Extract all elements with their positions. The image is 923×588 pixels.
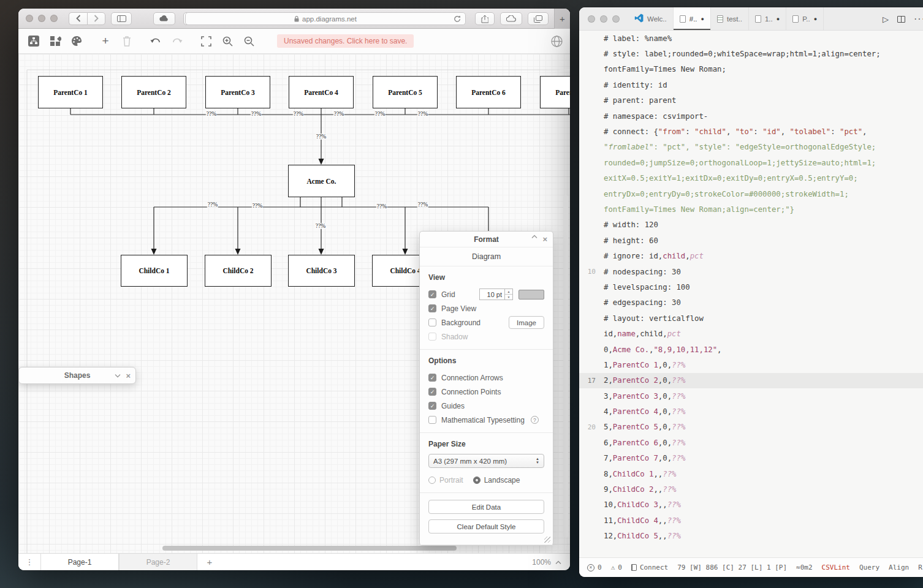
clear-default-style-button[interactable]: Clear Default Style bbox=[428, 519, 544, 533]
zoom-window-button[interactable] bbox=[612, 15, 620, 23]
editor-line[interactable]: 10,ChildCo 3,,??% bbox=[579, 497, 923, 513]
editor-line[interactable]: 3,ParentCo 3,0,??% bbox=[579, 388, 923, 404]
portrait-radio[interactable] bbox=[428, 477, 436, 484]
diagram-node-parent[interactable]: ParentCo 2 bbox=[121, 76, 186, 108]
grid-option-row[interactable]: Grid 10 pt ▲▼ bbox=[428, 287, 544, 301]
format-option-row[interactable]: Connection Points bbox=[428, 385, 544, 399]
editor-line[interactable]: # namespace: csvimport- bbox=[579, 108, 923, 124]
close-icon[interactable]: × bbox=[542, 235, 547, 244]
option-checkbox[interactable] bbox=[428, 416, 436, 424]
editor-line[interactable]: 7,ParentCo 7,0,??% bbox=[579, 451, 923, 466]
undo-icon[interactable] bbox=[149, 34, 162, 48]
editor-line[interactable]: fontFamily=Times New Roman; bbox=[579, 62, 923, 77]
grid-size-input[interactable]: 10 pt bbox=[479, 288, 505, 300]
page-view-checkbox[interactable] bbox=[428, 304, 436, 312]
panel-resize-handle[interactable] bbox=[544, 537, 550, 543]
more-actions-icon[interactable]: ··· bbox=[914, 13, 923, 24]
shadow-option-row[interactable]: Shadow bbox=[428, 330, 544, 344]
background-option-row[interactable]: Background Image bbox=[428, 315, 544, 330]
option-checkbox[interactable] bbox=[428, 402, 436, 410]
editor-line[interactable]: 11,ChildCo 4,,??% bbox=[579, 513, 923, 528]
unsaved-changes-banner[interactable]: Unsaved changes. Click here to save. bbox=[277, 34, 414, 48]
editor-line[interactable]: entryDx=0;entryDy=0;strokeColor=#000000;… bbox=[579, 186, 923, 202]
diagram-node-parent[interactable]: ParentCo 3 bbox=[205, 76, 270, 108]
problems-warnings[interactable]: ⚠ 0 bbox=[611, 564, 622, 571]
grid-size-stepper[interactable]: ▲▼ bbox=[505, 288, 513, 300]
diagram-canvas[interactable]: ParentCo 1ParentCo 2ParentCo 3ParentCo 4… bbox=[18, 54, 570, 553]
shadow-checkbox[interactable] bbox=[428, 333, 436, 341]
chevron-down-icon[interactable] bbox=[115, 374, 121, 378]
sidebar-toggle-button[interactable] bbox=[111, 12, 132, 25]
diagram-node-parent[interactable]: ParentCo 7 bbox=[540, 76, 570, 108]
csvlint-status[interactable]: CSVLint bbox=[822, 564, 850, 571]
diagram-node-child[interactable]: ChildCo 3 bbox=[288, 255, 355, 287]
zoom-in-icon[interactable] bbox=[221, 34, 234, 48]
diagram-node-root[interactable]: Acme Co. bbox=[288, 165, 355, 197]
tab-overview-button[interactable] bbox=[528, 12, 549, 25]
canvas-vertical-scrollbar[interactable] bbox=[563, 195, 568, 538]
format-option-row[interactable]: Guides bbox=[428, 399, 544, 413]
edit-data-button[interactable]: Edit Data bbox=[428, 500, 544, 514]
editor-line[interactable]: exitX=0.5;exitY=1;exitDx=0;exitDy=0;entr… bbox=[579, 171, 923, 186]
language-globe-icon[interactable] bbox=[550, 35, 563, 48]
editor-line[interactable]: fontFamily=Times New Roman;align=center;… bbox=[579, 202, 923, 217]
tab-diagram[interactable]: Diagram bbox=[420, 247, 553, 266]
editor-line[interactable]: 12,ChildCo 5,,??% bbox=[579, 529, 923, 544]
option-checkbox[interactable] bbox=[428, 374, 436, 382]
align-button[interactable]: Align bbox=[889, 564, 909, 571]
editor-line[interactable]: # levelspacing: 100 bbox=[579, 279, 923, 295]
grid-checkbox[interactable] bbox=[428, 290, 436, 298]
safari-toolbar[interactable]: I app.diagrams.net + bbox=[18, 9, 570, 29]
editor-line[interactable]: 1,ParentCo 1,0,??% bbox=[579, 357, 923, 372]
zoom-window-button[interactable] bbox=[50, 15, 58, 22]
close-icon[interactable]: × bbox=[126, 371, 131, 380]
diagram-node-child[interactable]: ChildCo 2 bbox=[205, 255, 272, 287]
close-window-button[interactable] bbox=[26, 15, 33, 22]
new-tab-button[interactable]: + bbox=[554, 9, 570, 29]
shapes-panel[interactable]: Shapes × bbox=[18, 367, 136, 384]
editor-line[interactable]: # parent: parent bbox=[579, 93, 923, 108]
format-option-row[interactable]: Connection Arrows bbox=[428, 371, 544, 385]
icloud-button[interactable] bbox=[153, 12, 175, 25]
diagram-node-parent[interactable]: ParentCo 4 bbox=[289, 76, 354, 108]
forward-button[interactable] bbox=[87, 12, 105, 25]
format-option-row[interactable]: Mathematical Typesetting? bbox=[428, 413, 544, 427]
editor-line[interactable]: # edgespacing: 30 bbox=[579, 295, 923, 311]
editor-tab[interactable]: 1..● bbox=[749, 7, 786, 30]
editor-tab-bar[interactable]: Welc..#..●test..1..●P..● ▷ ··· bbox=[579, 7, 923, 31]
editor-line[interactable]: 172,ParentCo 2,0,??% bbox=[579, 373, 923, 388]
editor-line[interactable]: # connect: {"from": "child", "to": "id",… bbox=[579, 124, 923, 139]
editor-line[interactable]: 4,ParentCo 4,0,??% bbox=[579, 404, 923, 419]
editor-line[interactable]: "fromlabel": "pct", "style": "edgeStyle=… bbox=[579, 140, 923, 155]
problems-errors[interactable]: × 0 bbox=[587, 564, 602, 571]
code-editor[interactable]: # label: %name%# style: label;rounded=0;… bbox=[579, 31, 923, 557]
editor-tab[interactable]: Welc.. bbox=[628, 7, 674, 30]
option-checkbox[interactable] bbox=[428, 388, 436, 396]
chevron-up-icon[interactable] bbox=[531, 235, 537, 239]
diagram-node-parent[interactable]: ParentCo 5 bbox=[373, 76, 438, 108]
query-button[interactable]: Query bbox=[859, 564, 879, 571]
minimize-window-button[interactable] bbox=[38, 15, 45, 22]
redo-icon[interactable] bbox=[170, 34, 184, 48]
palette-icon[interactable] bbox=[70, 34, 83, 48]
share-button[interactable] bbox=[475, 12, 495, 25]
diagram-node-child[interactable]: ChildCo 1 bbox=[121, 255, 188, 287]
fit-page-icon[interactable] bbox=[199, 34, 213, 48]
canvas-horizontal-scrollbar[interactable] bbox=[162, 546, 457, 551]
editor-line[interactable]: # identity: id bbox=[579, 77, 923, 92]
close-window-button[interactable] bbox=[588, 15, 595, 23]
background-checkbox[interactable] bbox=[428, 318, 436, 326]
editor-line[interactable]: 6,ParentCo 6,0,??% bbox=[579, 435, 923, 450]
editor-line[interactable]: # layout: verticalflow bbox=[579, 311, 923, 326]
run-icon[interactable]: ▷ bbox=[883, 15, 889, 24]
help-icon[interactable]: ? bbox=[531, 416, 539, 424]
add-page-button[interactable]: + bbox=[197, 554, 222, 570]
reload-icon[interactable] bbox=[453, 15, 461, 23]
shapes-icon[interactable] bbox=[48, 34, 62, 48]
pages-menu-icon[interactable]: ⋮ bbox=[18, 554, 40, 570]
downloads-button[interactable] bbox=[500, 12, 522, 25]
diagram-icon[interactable] bbox=[27, 34, 40, 48]
editor-line[interactable]: 8,ChildCo 1,,??% bbox=[579, 466, 923, 481]
split-editor-icon[interactable] bbox=[897, 16, 905, 23]
connect-status[interactable]: Connect bbox=[631, 564, 668, 571]
